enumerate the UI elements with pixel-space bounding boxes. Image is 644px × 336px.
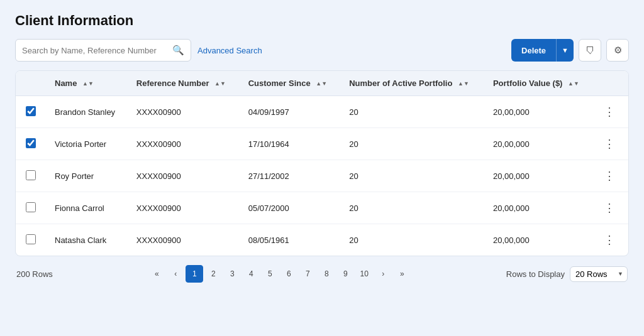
cell-portfolio: 20 [340, 128, 484, 160]
rows-select[interactable]: 20 Rows 50 Rows 100 Rows [570, 266, 628, 282]
search-input[interactable] [22, 46, 172, 55]
cell-value: 20,00,000 [484, 160, 593, 192]
page-button-7[interactable]: 7 [299, 265, 316, 283]
col-portfolio[interactable]: Number of Active Portfolio ▲▼ [340, 71, 484, 96]
cell-checkbox[interactable] [16, 192, 46, 224]
page-button-9[interactable]: 9 [336, 265, 354, 283]
delete-button[interactable]: Delete [511, 39, 556, 62]
table-body: Brandon Stanley XXXX00900 04/09/1997 20 … [16, 96, 628, 256]
row-more-button[interactable]: ⋮ [601, 233, 618, 247]
cell-value: 20,00,000 [484, 224, 593, 256]
row-checkbox[interactable] [26, 202, 36, 212]
cell-actions[interactable]: ⋮ [592, 160, 628, 192]
delete-btn-group: Delete ▼ [511, 39, 574, 62]
table-row: Roy Porter XXXX00900 27/11/2002 20 20,00… [16, 160, 628, 192]
col-reference[interactable]: Reference Number ▲▼ [128, 71, 240, 96]
cell-portfolio: 20 [340, 160, 484, 192]
col-since[interactable]: Customer Since ▲▼ [240, 71, 340, 96]
cell-reference: XXXX00900 [128, 128, 240, 160]
page-button-2[interactable]: 2 [204, 265, 222, 283]
page-button-8[interactable]: 8 [318, 265, 335, 283]
rows-select-wrapper: 20 Rows 50 Rows 100 Rows [570, 266, 628, 282]
page-button-3[interactable]: 3 [223, 265, 241, 283]
cell-name: Fionna Carrol [46, 192, 128, 224]
col-value[interactable]: Portfolio Value ($) ▲▼ [484, 71, 593, 96]
client-table: Name ▲▼ Reference Number ▲▼ Customer Sin… [16, 71, 628, 256]
rows-count: 200 Rows [16, 269, 53, 279]
since-sort-icon: ▲▼ [316, 81, 327, 87]
page-button-1[interactable]: 1 [186, 265, 203, 283]
row-more-button[interactable]: ⋮ [601, 105, 618, 119]
page-prev-button[interactable]: ‹ [167, 265, 184, 283]
cell-actions[interactable]: ⋮ [592, 224, 628, 256]
rows-display: Rows to Display 20 Rows 50 Rows 100 Rows [506, 266, 628, 282]
table-row: Fionna Carrol XXXX00900 05/07/2000 20 20… [16, 192, 628, 224]
portfolio-sort-icon: ▲▼ [458, 81, 469, 87]
row-checkbox[interactable] [26, 138, 36, 148]
col-actions [592, 71, 628, 96]
cell-since: 27/11/2002 [240, 160, 340, 192]
table-header-row: Name ▲▼ Reference Number ▲▼ Customer Sin… [16, 71, 628, 96]
cell-name: Roy Porter [46, 160, 128, 192]
cell-value: 20,00,000 [484, 192, 593, 224]
row-checkbox[interactable] [26, 234, 36, 244]
table-container: Name ▲▼ Reference Number ▲▼ Customer Sin… [15, 70, 629, 256]
cell-checkbox[interactable] [16, 224, 46, 256]
cell-checkbox[interactable] [16, 96, 46, 128]
page-button-4[interactable]: 4 [242, 265, 260, 283]
value-sort-icon: ▲▼ [568, 81, 579, 87]
cell-name: Natasha Clark [46, 224, 128, 256]
search-wrapper: 🔍 [15, 39, 191, 62]
row-more-button[interactable]: ⋮ [601, 201, 618, 215]
cell-value: 20,00,000 [484, 128, 593, 160]
row-checkbox[interactable] [26, 170, 36, 180]
rows-display-label: Rows to Display [506, 269, 565, 279]
cell-portfolio: 20 [340, 96, 484, 128]
cell-name: Victoria Porter [46, 128, 128, 160]
table-row: Brandon Stanley XXXX00900 04/09/1997 20 … [16, 96, 628, 128]
cell-value: 20,00,000 [484, 96, 593, 128]
row-more-button[interactable]: ⋮ [601, 169, 618, 183]
pagination: «‹12345678910›» [148, 265, 411, 283]
page-button-10[interactable]: 10 [355, 265, 373, 283]
cell-actions[interactable]: ⋮ [592, 128, 628, 160]
row-checkbox[interactable] [26, 106, 36, 116]
cell-reference: XXXX00900 [128, 160, 240, 192]
cell-reference: XXXX00900 [128, 96, 240, 128]
cell-since: 04/09/1997 [240, 96, 340, 128]
table-row: Victoria Porter XXXX00900 17/10/1964 20 … [16, 128, 628, 160]
cell-since: 08/05/1961 [240, 224, 340, 256]
cell-checkbox[interactable] [16, 128, 46, 160]
cell-checkbox[interactable] [16, 160, 46, 192]
row-more-button[interactable]: ⋮ [601, 137, 618, 151]
cell-since: 17/10/1964 [240, 128, 340, 160]
cell-reference: XXXX00900 [128, 224, 240, 256]
settings-button[interactable]: ⚙ [606, 39, 629, 62]
cell-actions[interactable]: ⋮ [592, 192, 628, 224]
table-row: Natasha Clark XXXX00900 08/05/1961 20 20… [16, 224, 628, 256]
page-button-6[interactable]: 6 [280, 265, 297, 283]
toolbar: 🔍 Advanced Search Delete ▼ ⛉ ⚙ [15, 39, 629, 62]
page-first-button[interactable]: « [148, 265, 165, 283]
page-next-button[interactable]: › [374, 265, 392, 283]
filter-icon: ⛉ [586, 45, 595, 56]
col-name[interactable]: Name ▲▼ [46, 71, 128, 96]
cell-since: 05/07/2000 [240, 192, 340, 224]
name-sort-icon: ▲▼ [82, 81, 94, 87]
cell-reference: XXXX00900 [128, 192, 240, 224]
advanced-search-link[interactable]: Advanced Search [197, 46, 505, 55]
cell-portfolio: 20 [340, 192, 484, 224]
search-button[interactable]: 🔍 [172, 45, 184, 56]
page-last-button[interactable]: » [393, 265, 411, 283]
filter-button[interactable]: ⛉ [579, 39, 601, 62]
cell-name: Brandon Stanley [46, 96, 128, 128]
col-checkbox [16, 71, 46, 96]
reference-sort-icon: ▲▼ [214, 81, 226, 87]
cell-portfolio: 20 [340, 224, 484, 256]
settings-icon: ⚙ [614, 45, 622, 56]
delete-dropdown-button[interactable]: ▼ [556, 39, 574, 62]
page-title: Client Information [15, 13, 629, 29]
page-button-5[interactable]: 5 [261, 265, 279, 283]
footer: 200 Rows «‹12345678910›» Rows to Display… [15, 265, 629, 283]
cell-actions[interactable]: ⋮ [592, 96, 628, 128]
